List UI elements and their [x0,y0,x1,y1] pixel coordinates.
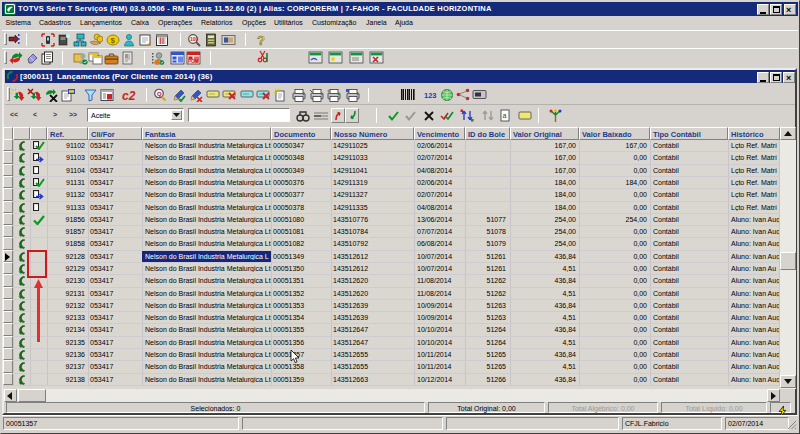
svg-text:Q: Q [157,91,162,97]
svg-text:100: 100 [190,36,199,42]
svg-text:123: 123 [424,91,437,100]
svg-text:c2: c2 [122,89,136,102]
svg-text:?: ? [257,33,265,47]
svg-text:POM: POM [188,59,199,64]
svg-text:a: a [503,112,507,119]
svg-text:$: $ [111,36,116,45]
